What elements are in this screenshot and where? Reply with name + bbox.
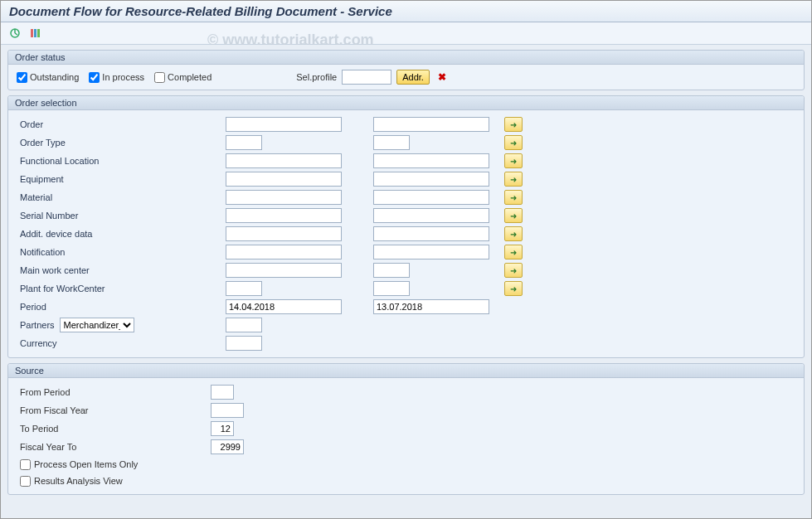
multiple-selection-button[interactable]: ➜ <box>504 153 523 168</box>
svg-rect-5 <box>37 29 40 37</box>
arrow-right-icon: ➜ <box>510 120 517 129</box>
to-period-input[interactable] <box>211 421 234 436</box>
selection-row-label: Equipment <box>20 174 128 184</box>
selection-to-input[interactable] <box>373 117 489 132</box>
selection-from-input[interactable] <box>226 281 262 296</box>
selection-row-label: Serial Number <box>20 211 128 221</box>
selection-from-input[interactable] <box>226 245 342 260</box>
selection-row-label: Functional Location <box>20 156 128 166</box>
selection-to-input[interactable] <box>373 281 410 296</box>
to-period-label: To Period <box>20 424 211 434</box>
selection-from-input[interactable] <box>226 117 342 132</box>
results-view-checkbox[interactable]: Results Analysis View <box>17 473 795 489</box>
from-period-input[interactable] <box>211 385 234 400</box>
outstanding-checkbox[interactable]: Outstanding <box>17 72 79 83</box>
selection-row-label: Notification <box>20 247 128 257</box>
inprocess-input[interactable] <box>89 72 100 83</box>
arrow-right-icon: ➜ <box>510 157 517 166</box>
delete-icon[interactable]: ✖ <box>438 71 446 83</box>
multiple-selection-button[interactable]: ➜ <box>504 117 523 132</box>
arrow-right-icon: ➜ <box>510 138 517 148</box>
selection-row-label: Order <box>20 119 128 129</box>
selection-row-label: Addit. device data <box>20 229 128 239</box>
from-fy-input[interactable] <box>211 403 244 418</box>
arrow-right-icon: ➜ <box>510 175 517 184</box>
selection-from-input[interactable] <box>226 153 342 168</box>
selection-row-label: Main work center <box>20 265 128 275</box>
arrow-right-icon: ➜ <box>510 266 517 275</box>
selection-row: Addit. device datato➜ <box>17 225 795 243</box>
multiple-selection-button[interactable]: ➜ <box>504 245 523 260</box>
selection-row: Order Typeto➜ <box>17 133 795 152</box>
arrow-right-icon: ➜ <box>510 211 517 221</box>
partners-select[interactable]: Merchandizer_ <box>60 318 134 332</box>
partners-label: Partners <box>20 320 55 330</box>
selection-to-input[interactable] <box>373 245 489 260</box>
selection-from-input[interactable] <box>226 263 342 278</box>
sel-profile-label: Sel.profile <box>296 72 337 82</box>
selection-to-input[interactable] <box>373 226 489 241</box>
multiple-selection-button[interactable]: ➜ <box>504 208 523 223</box>
order-selection-group: Order selection Orderto➜Order Typeto➜Fun… <box>7 95 805 358</box>
open-items-checkbox[interactable]: Process Open Items Only <box>17 456 795 473</box>
multiple-selection-button[interactable]: ➜ <box>504 172 523 187</box>
selection-row-label: Material <box>20 192 128 202</box>
order-selection-header: Order selection <box>8 96 804 110</box>
selection-to-input[interactable] <box>373 172 489 187</box>
currency-label: Currency <box>20 338 128 348</box>
selection-row-label: Plant for WorkCenter <box>20 284 128 293</box>
partners-row: Partners Merchandizer_ <box>17 316 795 334</box>
page-title: Document Flow for Resource-Related Billi… <box>1 1 811 22</box>
multiple-selection-button[interactable]: ➜ <box>504 281 523 296</box>
from-period-label: From Period <box>20 387 211 397</box>
multiple-selection-button[interactable]: ➜ <box>504 135 523 150</box>
multiple-selection-button[interactable]: ➜ <box>504 190 523 205</box>
svg-line-2 <box>15 33 17 35</box>
source-group: Source From Period From Fiscal Year To P… <box>7 363 805 495</box>
completed-input[interactable] <box>154 72 165 83</box>
svg-rect-4 <box>34 29 36 37</box>
selection-from-input[interactable] <box>226 226 342 241</box>
selection-row-label: Period <box>20 302 128 312</box>
arrow-right-icon: ➜ <box>510 284 517 293</box>
source-header: Source <box>8 364 804 378</box>
selection-row: Orderto➜ <box>17 115 795 133</box>
multiple-selection-button[interactable]: ➜ <box>504 263 523 278</box>
partners-value-input[interactable] <box>226 318 262 332</box>
order-status-group: Order status Outstanding In process Comp… <box>7 50 805 90</box>
outstanding-input[interactable] <box>17 72 27 83</box>
multiple-selection-button[interactable]: ➜ <box>504 226 523 241</box>
selection-to-input[interactable] <box>373 190 489 205</box>
selection-row-label: Order Type <box>20 138 128 148</box>
selection-row: Functional Locationto➜ <box>17 152 795 170</box>
selection-to-input[interactable] <box>373 263 410 278</box>
selection-from-input[interactable] <box>226 208 342 223</box>
outstanding-label: Outstanding <box>30 72 79 82</box>
from-fy-label: From Fiscal Year <box>20 405 211 415</box>
selection-to-input[interactable] <box>373 135 410 150</box>
selection-to-input[interactable] <box>373 208 489 223</box>
addr-button[interactable]: Addr. <box>396 70 430 85</box>
completed-checkbox[interactable]: Completed <box>154 72 212 83</box>
selection-row: Materialto➜ <box>17 188 795 206</box>
selection-to-input[interactable] <box>373 153 489 168</box>
svg-rect-3 <box>31 29 33 37</box>
selection-row: Notificationto➜ <box>17 243 795 261</box>
toolbar <box>1 22 811 45</box>
selection-from-input[interactable] <box>226 299 342 314</box>
completed-label: Completed <box>168 72 212 82</box>
currency-input[interactable] <box>226 336 262 351</box>
execute-icon[interactable] <box>7 26 22 41</box>
selection-to-input[interactable] <box>373 299 489 314</box>
selection-from-input[interactable] <box>226 172 342 187</box>
variant-icon[interactable] <box>27 26 42 41</box>
arrow-right-icon: ➜ <box>510 230 517 239</box>
inprocess-label: In process <box>102 72 144 82</box>
inprocess-checkbox[interactable]: In process <box>89 72 144 83</box>
selection-from-input[interactable] <box>226 190 342 205</box>
selection-row: Equipmentto➜ <box>17 170 795 188</box>
sel-profile-input[interactable] <box>342 70 391 85</box>
fy-to-label: Fiscal Year To <box>20 442 211 452</box>
selection-from-input[interactable] <box>226 135 262 150</box>
fy-to-input[interactable] <box>211 439 244 454</box>
